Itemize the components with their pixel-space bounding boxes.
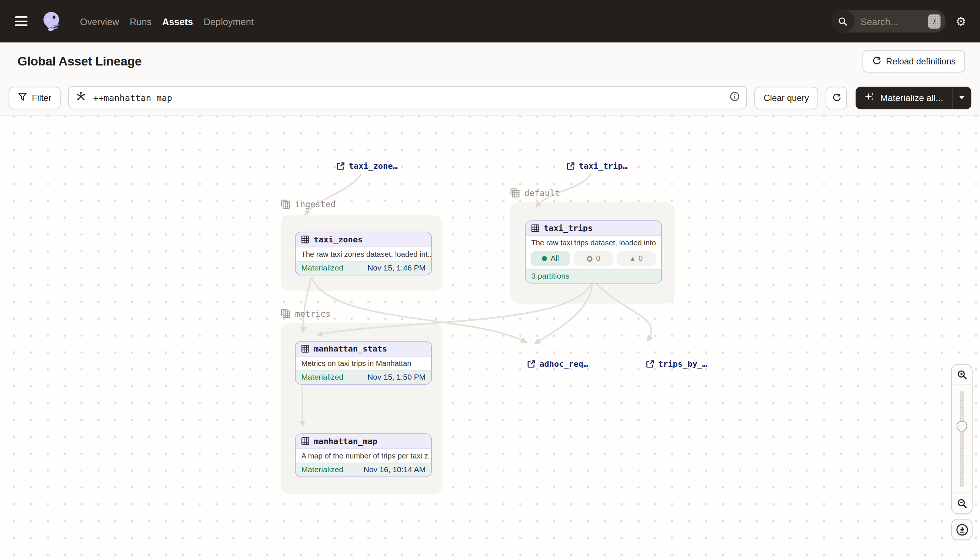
filter-button[interactable]: Filter bbox=[9, 87, 61, 109]
clear-query-button[interactable]: Clear query bbox=[754, 87, 819, 109]
page-title: Global Asset Lineage bbox=[17, 54, 142, 69]
download-image-button[interactable] bbox=[951, 519, 972, 540]
stacked-table-icon bbox=[281, 199, 291, 209]
group-label-metrics[interactable]: metrics bbox=[281, 309, 331, 318]
info-icon[interactable] bbox=[729, 91, 740, 104]
materialization-timestamp: Nov 15, 1:50 PM bbox=[367, 373, 425, 381]
zoom-controls bbox=[951, 364, 972, 540]
settings-gear-icon[interactable]: ⚙ bbox=[955, 15, 966, 27]
title-bar: Global Asset Lineage Reload definitions bbox=[0, 43, 980, 80]
zoom-slider-handle[interactable] bbox=[957, 421, 967, 432]
nav-deployment[interactable]: Deployment bbox=[204, 16, 254, 27]
materialization-timestamp: Nov 16, 10:14 AM bbox=[363, 465, 425, 474]
refresh-icon bbox=[872, 56, 881, 67]
nav-links: Overview Runs Assets Deployment bbox=[80, 16, 254, 27]
asset-name: taxi_zones bbox=[314, 235, 362, 244]
asset-node-manhattan-stats[interactable]: manhattan_stats Metrics on taxi trips in… bbox=[295, 341, 432, 384]
partition-health-pills: All 0 ▲ 0 bbox=[525, 250, 661, 269]
materialize-all-button[interactable]: Materialize all... bbox=[856, 87, 952, 109]
lineage-edges bbox=[0, 116, 980, 558]
lineage-toolbar: Filter Clear query bbox=[0, 80, 980, 116]
asset-node-manhattan-map[interactable]: manhattan_map A map of the number of tri… bbox=[295, 433, 432, 477]
external-link-icon bbox=[527, 359, 536, 368]
asset-description: A map of the number of trips per taxi z.… bbox=[296, 449, 431, 463]
dagster-logo-icon bbox=[41, 11, 62, 32]
asset-selection-input[interactable] bbox=[68, 86, 747, 109]
materialize-all-split-button: Materialize all... bbox=[856, 87, 972, 109]
zoom-out-button[interactable] bbox=[952, 493, 972, 513]
external-link-icon bbox=[336, 161, 345, 170]
status-badge: Materialized bbox=[301, 263, 343, 272]
external-asset-link-trips-by[interactable]: trips_by_… bbox=[646, 359, 707, 368]
query-input[interactable] bbox=[92, 92, 724, 103]
external-asset-link-adhoc-req[interactable]: adhoc_req… bbox=[527, 359, 588, 368]
reload-definitions-button[interactable]: Reload definitions bbox=[862, 50, 965, 72]
download-circle-icon bbox=[955, 523, 968, 536]
sparkle-icon bbox=[865, 92, 875, 103]
asset-node-taxi-trips[interactable]: taxi_trips The raw taxi trips dataset, l… bbox=[525, 220, 662, 284]
top-nav: Overview Runs Assets Deployment / ⚙ bbox=[0, 0, 980, 43]
chevron-down-icon bbox=[959, 96, 964, 99]
stacked-table-icon bbox=[281, 309, 291, 318]
asset-name: manhattan_stats bbox=[314, 344, 387, 353]
dagster-app: Overview Runs Assets Deployment / ⚙ Glob… bbox=[0, 0, 980, 558]
partition-pill-all[interactable]: All bbox=[531, 251, 570, 266]
nav-overview[interactable]: Overview bbox=[80, 16, 119, 27]
partition-pill-failed[interactable]: ▲ 0 bbox=[617, 251, 656, 266]
asset-name: manhattan_map bbox=[314, 437, 377, 446]
status-badge: Materialized bbox=[301, 465, 343, 474]
table-icon bbox=[531, 224, 539, 232]
search-icon bbox=[832, 10, 855, 33]
filter-funnel-icon bbox=[18, 92, 27, 103]
search-input[interactable] bbox=[859, 15, 919, 27]
table-icon bbox=[301, 437, 309, 445]
group-label-default[interactable]: default bbox=[510, 188, 560, 198]
triangle-icon: ▲ bbox=[630, 256, 635, 261]
zoom-in-button[interactable] bbox=[952, 365, 972, 385]
search-shortcut-key: / bbox=[928, 14, 941, 28]
table-icon bbox=[301, 235, 309, 243]
external-asset-link-taxi-zone[interactable]: taxi_zone… bbox=[336, 161, 398, 170]
materialization-timestamp: Nov 15, 1:46 PM bbox=[367, 263, 425, 272]
zoom-slider-track[interactable] bbox=[960, 391, 964, 487]
asset-description: The raw taxi zones dataset, loaded int..… bbox=[296, 247, 431, 261]
success-dot-icon bbox=[542, 256, 547, 261]
global-search[interactable]: / bbox=[832, 10, 945, 33]
zoom-slider[interactable] bbox=[952, 385, 972, 494]
group-label-ingested[interactable]: ingested bbox=[281, 199, 336, 209]
external-asset-link-taxi-trip[interactable]: taxi_trip… bbox=[566, 161, 628, 170]
asset-description: Metrics on taxi trips in Manhattan bbox=[296, 357, 431, 370]
zoom-in-icon bbox=[957, 369, 967, 380]
external-link-icon bbox=[566, 161, 575, 170]
stacked-table-icon bbox=[510, 188, 520, 198]
op-selector-icon bbox=[76, 91, 86, 104]
asset-name: taxi_trips bbox=[544, 223, 593, 233]
external-link-icon bbox=[646, 359, 654, 368]
nav-runs[interactable]: Runs bbox=[130, 16, 152, 27]
asset-node-taxi-zones[interactable]: taxi_zones The raw taxi zones dataset, l… bbox=[295, 231, 432, 275]
nav-assets[interactable]: Assets bbox=[162, 16, 193, 27]
lineage-graph-canvas[interactable]: ingested default metrics taxi_zo bbox=[0, 116, 980, 558]
materialize-options-dropdown[interactable] bbox=[952, 87, 971, 109]
partitions-count: 3 partitions bbox=[531, 272, 569, 281]
refresh-graph-button[interactable] bbox=[826, 87, 847, 109]
partition-pill-missing[interactable]: 0 bbox=[574, 251, 613, 266]
table-icon bbox=[301, 345, 309, 353]
menu-icon[interactable] bbox=[15, 16, 28, 26]
ring-icon bbox=[587, 256, 592, 261]
status-badge: Materialized bbox=[301, 373, 343, 381]
asset-description: The raw taxi trips dataset, loaded into … bbox=[525, 236, 661, 250]
refresh-icon bbox=[832, 92, 841, 103]
zoom-out-icon bbox=[957, 498, 967, 509]
